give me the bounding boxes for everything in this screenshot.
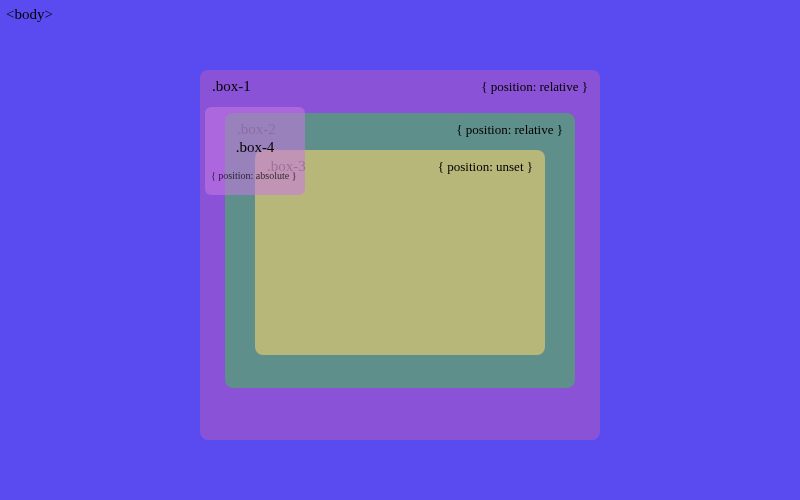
box-4: .box-4 { position: absolute } [205,107,305,195]
box-1-header: .box-1 { position: relative } [200,70,600,99]
box-3-position: { position: unset } [438,159,533,175]
box-2-position: { position: relative } [456,122,563,138]
box-4-name: .box-4 [211,139,299,156]
box-2: .box-2 { position: relative } .box-3 { p… [225,113,575,388]
box-1-position: { position: relative } [481,79,588,95]
body-element-label: <body> [6,6,53,23]
box-1: .box-1 { position: relative } .box-2 { p… [200,70,600,440]
box-1-name: .box-1 [212,78,251,95]
box-4-position: { position: absolute } [211,170,299,181]
